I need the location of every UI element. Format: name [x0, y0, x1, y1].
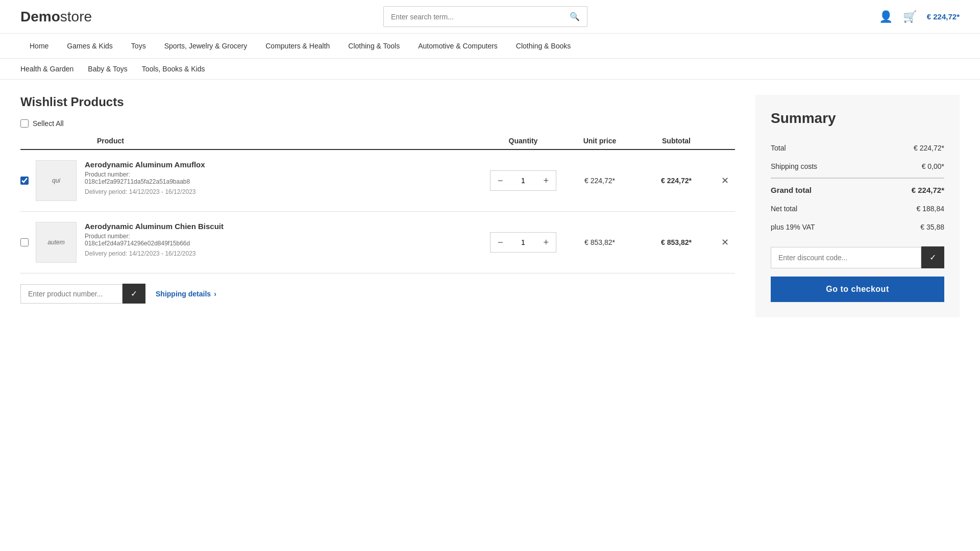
summary-total-value: € 224,72* — [914, 144, 944, 152]
search-bar: 🔍 — [383, 6, 587, 27]
product-2-qty-input[interactable] — [510, 238, 536, 246]
search-icon: 🔍 — [570, 12, 580, 21]
product-2-remove-button[interactable]: ✕ — [715, 237, 735, 248]
shipping-details-label: Shipping details — [156, 290, 211, 298]
product-1-number-label: Product number: — [85, 171, 205, 178]
product-1-name: Aerodynamic Aluminum Amuflox — [85, 160, 205, 169]
header: Demostore 🔍 👤 🛒 € 224,72* — [0, 0, 980, 34]
discount-code-input[interactable] — [771, 247, 921, 268]
summary-vat-label: plus 19% VAT — [771, 223, 815, 231]
product-2-qty-decrease[interactable]: − — [491, 233, 510, 252]
col-product-header: Product — [36, 137, 485, 145]
product-2-unit-price: € 853,82* — [561, 238, 638, 246]
col-price-header: Unit price — [561, 137, 638, 145]
table-row: autem Aerodynamic Aluminum Chien Biscuit… — [20, 212, 735, 273]
nav-games-kids[interactable]: Games & Kids — [58, 34, 121, 58]
logo-light: store — [60, 9, 92, 24]
summary-vat-row: plus 19% VAT € 35,88 — [771, 218, 944, 236]
product-number-input-group: ✓ — [20, 284, 145, 304]
table-row: qui Aerodynamic Aluminum Amuflox Product… — [20, 150, 735, 212]
summary-vat-value: € 35,88 — [920, 223, 944, 231]
nav-primary: Home Games & Kids Toys Sports, Jewelry &… — [0, 34, 980, 59]
search-input[interactable] — [384, 8, 562, 26]
nav-health-garden[interactable]: Health & Garden — [20, 59, 83, 79]
checkmark-icon: ✓ — [131, 289, 137, 298]
product-1-qty-decrease[interactable]: − — [491, 171, 510, 190]
nav-clothing-tools[interactable]: Clothing & Tools — [339, 34, 409, 58]
product-2-qty-stepper: − + — [490, 232, 556, 253]
discount-row: ✓ — [771, 246, 944, 268]
select-all-checkbox[interactable] — [20, 119, 29, 128]
main: Wishlist Products Sellect All Product Qu… — [0, 80, 980, 333]
product-2-info: autem Aerodynamic Aluminum Chien Biscuit… — [36, 222, 485, 263]
nav-baby-toys[interactable]: Baby & Toys — [88, 59, 137, 79]
col-qty-header: Quantity — [485, 137, 561, 145]
user-icon[interactable]: 👤 — [879, 10, 893, 23]
select-all-row: Sellect All — [20, 119, 735, 128]
cart-icon[interactable]: 🛒 — [903, 10, 917, 23]
summary-shipping-row: Shipping costs € 0,00* — [771, 157, 944, 176]
wishlist-title: Wishlist Products — [20, 95, 735, 109]
product-2-delivery: Delivery period: 14/12/2023 - 16/12/2023 — [85, 250, 224, 257]
checkout-button[interactable]: Go to checkout — [771, 277, 944, 302]
bottom-actions: ✓ Shipping details › — [20, 284, 735, 304]
summary-net-total-label: Net total — [771, 205, 797, 213]
product-2-qty-cell: − + — [485, 232, 561, 253]
product-1-qty-increase[interactable]: + — [536, 171, 556, 190]
summary-grand-total-label: Grand total — [771, 186, 812, 194]
summary-grand-total-value: € 224,72* — [912, 186, 944, 194]
product-1-unit-price: € 224,72* — [561, 177, 638, 185]
nav-sports[interactable]: Sports, Jewelry & Grocery — [155, 34, 257, 58]
discount-checkmark-icon: ✓ — [929, 253, 936, 262]
summary-total-row: Total € 224,72* — [771, 139, 944, 157]
product-1-number-value: 018c1ef2a992711da5fa22a51a9baab8 — [85, 178, 205, 185]
summary-total-label: Total — [771, 144, 786, 152]
search-button[interactable]: 🔍 — [562, 7, 587, 27]
header-right: 👤 🛒 € 224,72* — [879, 10, 960, 23]
product-1-details: Aerodynamic Aluminum Amuflox Product num… — [85, 160, 205, 195]
summary-divider — [771, 178, 944, 179]
product-2-details: Aerodynamic Aluminum Chien Biscuit Produ… — [85, 222, 224, 257]
nav-computers-health[interactable]: Computers & Health — [256, 34, 339, 58]
nav-home[interactable]: Home — [20, 34, 58, 58]
product-1-thumbnail: qui — [36, 160, 77, 201]
product-number-add-button[interactable]: ✓ — [122, 284, 145, 304]
product-1-subtotal: € 224,72* — [638, 177, 715, 185]
summary-net-total-value: € 188,84 — [917, 205, 945, 213]
chevron-right-icon: › — [214, 290, 216, 298]
product-1-qty-stepper: − + — [490, 170, 556, 191]
summary-title: Summary — [771, 110, 944, 127]
nav-toys[interactable]: Toys — [122, 34, 155, 58]
product-2-qty-increase[interactable]: + — [536, 233, 556, 252]
product-2-name: Aerodynamic Aluminum Chien Biscuit — [85, 222, 224, 231]
wishlist-section: Wishlist Products Sellect All Product Qu… — [20, 95, 735, 317]
nav-tools-books-kids[interactable]: Tools, Books & Kids — [142, 59, 214, 79]
product-1-checkbox[interactable] — [20, 177, 29, 185]
cart-price[interactable]: € 224,72* — [927, 12, 960, 21]
product-2-number-value: 018c1ef2d4a9714296e02d849f15b66d — [85, 240, 224, 247]
col-subtotal-header: Subtotal — [638, 137, 715, 145]
discount-apply-button[interactable]: ✓ — [921, 246, 944, 268]
product-number-input[interactable] — [20, 284, 122, 304]
nav-automotive[interactable]: Automotive & Computers — [409, 34, 507, 58]
product-1-qty-cell: − + — [485, 170, 561, 191]
product-1-info: qui Aerodynamic Aluminum Amuflox Product… — [36, 160, 485, 201]
summary-grand-total-row: Grand total € 224,72* — [771, 181, 944, 199]
product-2-number-label: Product number: — [85, 233, 224, 240]
nav-secondary: Health & Garden Baby & Toys Tools, Books… — [0, 59, 980, 80]
product-1-qty-input[interactable] — [510, 177, 536, 185]
select-all-label: Sellect All — [33, 119, 64, 128]
nav-clothing-books[interactable]: Clothing & Books — [507, 34, 580, 58]
product-2-checkbox[interactable] — [20, 238, 29, 246]
logo[interactable]: Demostore — [20, 9, 92, 25]
product-1-remove-button[interactable]: ✕ — [715, 175, 735, 186]
summary-panel: Summary Total € 224,72* Shipping costs €… — [755, 95, 960, 317]
shipping-details-link[interactable]: Shipping details › — [156, 290, 216, 298]
summary-shipping-value: € 0,00* — [922, 162, 944, 170]
checkout-label: Go to checkout — [826, 285, 889, 293]
summary-shipping-label: Shipping costs — [771, 162, 817, 170]
product-2-thumbnail: autem — [36, 222, 77, 263]
logo-bold: Demo — [20, 9, 60, 24]
summary-net-total-row: Net total € 188,84 — [771, 199, 944, 218]
product-2-subtotal: € 853,82* — [638, 238, 715, 246]
